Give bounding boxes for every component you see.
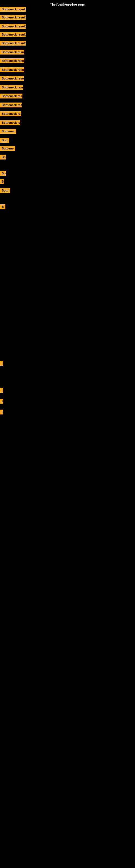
bottleneck-result-badge[interactable]: Bottleneck result	[0, 7, 26, 12]
badge-row: Bottleneck res	[0, 111, 21, 117]
bottleneck-result-badge[interactable]: E	[0, 399, 3, 404]
bottleneck-result-badge[interactable]: Bottlene	[0, 146, 15, 151]
bottleneck-result-badge[interactable]: B	[0, 179, 4, 184]
badge-row: Bottleneck re	[0, 120, 20, 126]
badge-row: Bottlenec	[0, 129, 16, 135]
badge-row: Bottleneck result	[0, 7, 26, 13]
bottleneck-result-badge[interactable]: Bo	[0, 155, 6, 159]
badge-row: Bottleneck result	[0, 24, 26, 30]
bottleneck-result-badge[interactable]: Bottleneck result	[0, 24, 26, 29]
bottleneck-result-badge[interactable]: Bottleneck result	[0, 32, 26, 37]
bottleneck-result-badge[interactable]: |	[0, 361, 3, 366]
badge-row: Bo	[0, 171, 6, 177]
bottleneck-result-badge[interactable]: Bo	[0, 171, 6, 176]
badge-row: B	[0, 179, 4, 185]
bottleneck-result-badge[interactable]: Bott	[0, 138, 9, 143]
bottleneck-result-badge[interactable]: |	[0, 388, 3, 393]
badge-row: B	[0, 204, 5, 210]
bottleneck-result-badge[interactable]: Bottleneck re	[0, 120, 20, 125]
badge-row: Bottleneck resu	[0, 67, 24, 73]
badge-row: Bott	[0, 138, 9, 144]
badge-row: Bottleneck resu	[0, 50, 24, 56]
bottleneck-result-badge[interactable]: Bottleneck result	[0, 41, 26, 45]
bottleneck-result-badge[interactable]: Bottl	[0, 188, 10, 193]
badge-row: Bottleneck res	[0, 102, 21, 108]
badge-row: Bottl	[0, 188, 10, 194]
badge-row: Bottleneck resu	[0, 76, 24, 82]
bottleneck-result-badge[interactable]: Bottleneck resu	[0, 94, 22, 98]
badge-row: Bottleneck result	[0, 15, 26, 21]
badge-row: Bottlene	[0, 146, 15, 152]
bottleneck-result-badge[interactable]: Bottleneck resu	[0, 76, 24, 81]
badge-row: |	[0, 361, 2, 367]
badge-row: Bottleneck result	[0, 41, 26, 46]
badge-row: E	[0, 399, 3, 405]
bottleneck-result-badge[interactable]: Bottleneck result	[0, 15, 26, 20]
bottleneck-result-badge[interactable]: Bottleneck res	[0, 102, 21, 107]
badge-row: Bottleneck result	[0, 32, 26, 38]
badge-row: Bottleneck resu	[0, 94, 22, 99]
bottleneck-result-badge[interactable]: B	[0, 204, 5, 209]
bottleneck-result-badge[interactable]: B	[0, 410, 3, 414]
bottleneck-result-badge[interactable]: Bottleneck resu	[0, 85, 23, 90]
bottleneck-result-badge[interactable]: Bottlenec	[0, 129, 16, 134]
badge-row: B	[0, 410, 3, 415]
badge-row: Bo	[0, 155, 6, 161]
bottleneck-result-badge[interactable]: Bottleneck resu	[0, 50, 24, 55]
badge-row: |	[0, 388, 2, 394]
badge-row: Bottleneck resu	[0, 85, 23, 91]
badge-row: Bottleneck result	[0, 58, 24, 64]
bottleneck-result-badge[interactable]: Bottleneck res	[0, 111, 21, 116]
bottleneck-result-badge[interactable]: Bottleneck resu	[0, 67, 24, 72]
bottleneck-result-badge[interactable]: Bottleneck result	[0, 58, 24, 63]
